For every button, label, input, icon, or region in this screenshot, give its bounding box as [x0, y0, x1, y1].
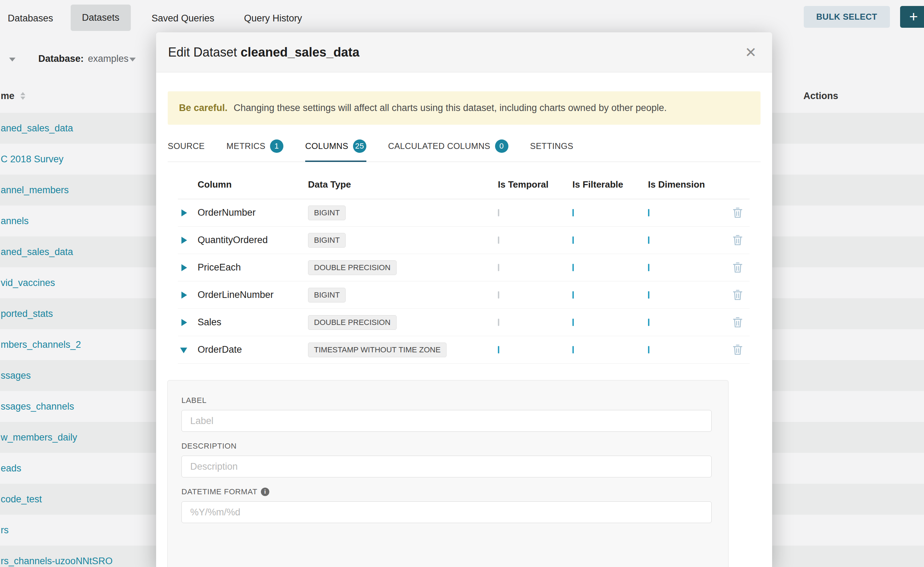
data-type-pill: DOUBLE PRECISION	[308, 315, 397, 330]
is-filterable-header: Is Filterable	[572, 179, 648, 190]
is-temporal-checkbox[interactable]	[498, 346, 499, 353]
is-temporal-checkbox[interactable]	[498, 236, 499, 244]
delete-column-icon[interactable]	[725, 289, 749, 301]
datetime-format-field-group: DATETIME FORMAT i	[181, 487, 712, 523]
bulk-select-button[interactable]: BULK SELECT	[804, 6, 890, 28]
is-filterable-checkbox[interactable]	[572, 291, 574, 298]
description-input[interactable]	[181, 456, 712, 477]
add-dataset-button[interactable]: +	[900, 6, 924, 28]
nav-tab-label: Datasets	[82, 12, 120, 23]
chevron-down-icon[interactable]	[9, 58, 15, 62]
is-filterable-checkbox[interactable]	[572, 236, 574, 244]
table-row: PriceEach DOUBLE PRECISION	[178, 254, 749, 281]
delete-column-icon[interactable]	[725, 207, 749, 219]
nav-tab-label: Query History	[244, 13, 302, 24]
sort-icon[interactable]	[20, 92, 25, 100]
expand-caret-icon[interactable]	[181, 237, 187, 244]
edit-dataset-modal: Edit Dataset cleaned_sales_data ✕ Be car…	[156, 32, 772, 567]
delete-column-icon[interactable]	[725, 234, 749, 246]
dataset-link[interactable]: C 2018 Survey	[1, 154, 64, 165]
is-dimension-checkbox[interactable]	[648, 319, 649, 326]
is-filterable-checkbox[interactable]	[572, 264, 574, 271]
dataset-link[interactable]: aned_sales_data	[1, 123, 73, 134]
column-name: OrderNumber	[198, 207, 308, 218]
dataset-link[interactable]: ssages_channels	[1, 401, 74, 412]
is-dimension-checkbox[interactable]	[648, 209, 649, 216]
dataset-link[interactable]: rs	[1, 525, 9, 536]
tab-calculated-columns[interactable]: CALCULATED COLUMNS 0	[388, 140, 509, 162]
data-type-pill: TIMESTAMP WITHOUT TIME ZONE	[308, 342, 447, 357]
dataset-link[interactable]: aned_sales_data	[1, 247, 73, 258]
app-root: Databases Datasets Saved Queries Query H…	[0, 0, 924, 567]
is-dimension-checkbox[interactable]	[648, 264, 649, 271]
tab-label: COLUMNS	[305, 141, 348, 151]
tab-columns[interactable]: COLUMNS 25	[305, 140, 366, 162]
tab-settings[interactable]: SETTINGS	[530, 140, 573, 162]
is-dimension-checkbox[interactable]	[648, 236, 649, 244]
nav-tab-query-history[interactable]: Query History	[244, 0, 302, 36]
calculated-columns-count-badge: 0	[495, 140, 509, 153]
is-temporal-checkbox[interactable]	[498, 319, 499, 326]
is-temporal-checkbox[interactable]	[498, 291, 499, 298]
is-filterable-checkbox[interactable]	[572, 209, 574, 216]
delete-column-icon[interactable]	[725, 344, 749, 356]
tab-label: SETTINGS	[530, 141, 573, 151]
info-icon[interactable]: i	[261, 488, 269, 496]
dataset-link[interactable]: annel_members	[1, 185, 69, 196]
table-row: OrderNumber BIGINT	[178, 199, 749, 226]
actions-column-header: Actions	[804, 91, 838, 102]
modal-body: Be careful. Changing these settings will…	[156, 92, 772, 567]
collapse-caret-icon[interactable]	[180, 347, 187, 353]
modal-header: Edit Dataset cleaned_sales_data ✕	[156, 32, 772, 72]
chevron-down-icon[interactable]	[129, 58, 136, 62]
column-name: PriceEach	[198, 262, 308, 273]
column-name: QuantityOrdered	[198, 235, 308, 246]
nav-tab-databases[interactable]: Databases	[8, 0, 53, 36]
plus-icon: +	[909, 8, 918, 25]
datetime-format-input[interactable]	[181, 501, 712, 523]
dataset-link[interactable]: vid_vaccines	[1, 278, 55, 288]
is-temporal-checkbox[interactable]	[498, 264, 499, 271]
table-row: OrderDate TIMESTAMP WITHOUT TIME ZONE	[178, 336, 749, 364]
is-dimension-checkbox[interactable]	[648, 346, 649, 353]
dataset-link[interactable]: mbers_channels_2	[1, 339, 81, 350]
data-type-header: Data Type	[308, 179, 498, 190]
dataset-link[interactable]: ported_stats	[1, 309, 53, 320]
name-column-header[interactable]: me	[1, 91, 14, 102]
is-temporal-header: Is Temporal	[498, 179, 572, 190]
is-temporal-checkbox[interactable]	[498, 209, 499, 216]
database-filter-value[interactable]: examples	[88, 53, 129, 64]
warning-banner-text: Be careful. Changing these settings will…	[179, 103, 667, 114]
bulk-select-label: BULK SELECT	[816, 12, 877, 22]
nav-tab-saved-queries[interactable]: Saved Queries	[152, 0, 214, 36]
is-filterable-checkbox[interactable]	[572, 319, 574, 326]
dataset-link[interactable]: w_members_daily	[1, 432, 77, 443]
delete-column-icon[interactable]	[725, 316, 749, 328]
dataset-link[interactable]: ssages	[1, 370, 31, 381]
dataset-link[interactable]: eads	[1, 463, 21, 474]
dataset-link[interactable]: rs_channels-uzooNNtSRO	[1, 556, 113, 567]
is-dimension-checkbox[interactable]	[648, 291, 649, 298]
label-input[interactable]	[181, 410, 712, 432]
tab-source[interactable]: SOURCE	[168, 140, 205, 162]
is-filterable-checkbox[interactable]	[572, 346, 574, 353]
tab-metrics[interactable]: METRICS 1	[226, 140, 283, 162]
column-name: Sales	[198, 317, 308, 328]
description-field-label: DESCRIPTION	[181, 442, 712, 451]
column-header: Column	[198, 179, 308, 190]
data-type-pill: BIGINT	[308, 233, 346, 248]
data-type-pill: DOUBLE PRECISION	[308, 260, 397, 275]
dataset-link[interactable]: code_test	[1, 494, 42, 505]
dataset-link[interactable]: annels	[1, 216, 29, 226]
nav-tab-datasets[interactable]: Datasets	[71, 4, 131, 31]
delete-column-icon[interactable]	[725, 262, 749, 273]
expand-caret-icon[interactable]	[181, 319, 187, 326]
expand-caret-icon[interactable]	[181, 209, 187, 216]
warning-bold: Be careful.	[179, 103, 227, 113]
tab-label: SOURCE	[168, 141, 205, 151]
expand-caret-icon[interactable]	[181, 264, 187, 271]
expand-caret-icon[interactable]	[181, 292, 187, 298]
close-icon[interactable]: ✕	[741, 43, 760, 62]
data-type-pill: BIGINT	[308, 206, 346, 220]
label-field-label: LABEL	[181, 396, 712, 405]
